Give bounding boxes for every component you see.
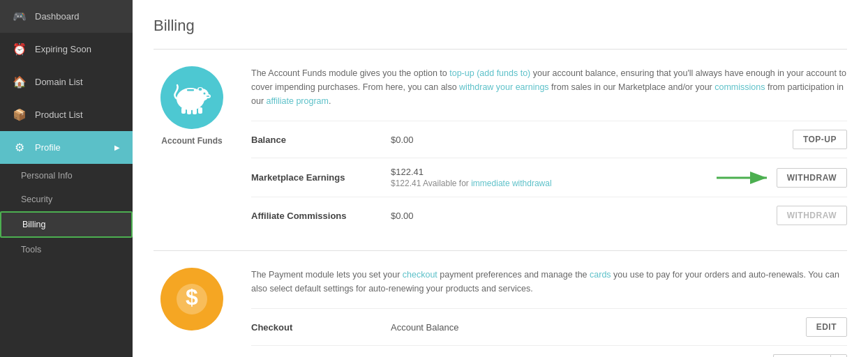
payment-cards-row: Payment Cards There are no cards in your… [251,345,847,357]
security-label: Security [21,195,52,204]
account-funds-content: The Account Funds module gives you the o… [251,66,847,234]
svg-point-4 [199,88,202,91]
commissions-link[interactable]: commissions [714,82,765,92]
account-funds-section: Account Funds The Account Funds module g… [154,66,847,251]
edit-checkout-button[interactable]: EDIT [806,317,847,337]
balance-row: Balance $0.00 TOP-UP [251,121,847,158]
affiliate-link[interactable]: affiliate program [267,96,329,106]
account-funds-icon-circle [160,66,223,129]
page-title: Billing [154,17,847,35]
green-arrow-icon [717,171,772,185]
svg-rect-12 [187,89,194,91]
balance-actions: TOP-UP [793,130,847,149]
checkout-label: Checkout [251,322,391,333]
payment-section: $ The Payment module lets you set your c… [154,268,847,357]
affiliate-row: Affiliate Commissions $0.00 WITHDRAW [251,197,847,234]
manage-button-group: MANAGE ▾ [773,354,847,357]
tools-label: Tools [21,245,41,255]
sidebar-item-label: Product List [35,109,83,120]
top-up-button[interactable]: TOP-UP [793,130,847,149]
checkout-row: Checkout Account Balance EDIT [251,308,847,345]
svg-rect-10 [193,108,197,114]
sidebar-item-label: Dashboard [35,11,80,22]
svg-rect-9 [187,108,191,114]
balance-value: $0.00 [391,135,793,145]
sidebar-item-expiring-soon[interactable]: ⏰ Expiring Soon [0,33,133,66]
withdraw-link[interactable]: withdraw your earnings [459,82,549,92]
checkout-link[interactable]: checkout [403,270,437,280]
sidebar-item-tools[interactable]: Tools [0,238,133,261]
sidebar-item-personal-info[interactable]: Personal Info [0,164,133,188]
immediate-withdrawal-link[interactable]: immediate withdrawal [471,178,551,188]
sidebar-item-dashboard[interactable]: 🎮 Dashboard [0,0,133,33]
manage-cards-button[interactable]: MANAGE [773,354,830,357]
checkout-actions: EDIT [806,317,847,337]
marketplace-actions: WITHDRAW [717,168,847,188]
expiring-icon: ⏰ [13,43,27,56]
payment-icon-circle: $ [160,268,223,331]
svg-rect-8 [181,107,186,114]
top-up-link[interactable]: top-up (add funds to) [449,68,530,78]
sidebar-item-profile[interactable]: ⚙ Profile [0,131,133,164]
sidebar-item-label: Domain List [35,77,83,87]
product-icon: 📦 [13,108,27,121]
billing-label: Billing [22,220,45,229]
marketplace-sub-value: $122.41 Available for immediate withdraw… [391,178,717,188]
affiliate-actions: WITHDRAW [777,206,847,225]
dollar-icon: $ [175,282,209,316]
svg-point-7 [208,96,209,97]
account-funds-label: Account Funds [161,136,222,146]
profile-icon: ⚙ [13,141,27,154]
marketplace-value: $122.41 $122.41 Available for immediate … [391,167,717,188]
account-funds-description: The Account Funds module gives you the o… [251,66,847,108]
sidebar-sub-section: Personal Info Security Billing Tools [0,164,133,261]
manage-cards-dropdown[interactable]: ▾ [830,354,847,357]
svg-point-6 [207,96,208,97]
balance-label: Balance [251,135,391,145]
payment-icon-block: $ [154,268,230,337]
checkout-value: Account Balance [391,322,806,333]
payment-cards-actions: MANAGE ▾ [773,354,847,357]
sidebar-item-label: Expiring Soon [35,44,91,54]
sidebar: 🎮 Dashboard ⏰ Expiring Soon 🏠 Domain Lis… [0,0,133,357]
svg-text:$: $ [186,284,198,310]
withdraw-affiliate-button[interactable]: WITHDRAW [777,206,847,225]
payment-description: The Payment module lets you set your che… [251,268,847,296]
sidebar-item-product-list[interactable]: 📦 Product List [0,98,133,131]
svg-rect-11 [198,107,202,114]
domain-icon: 🏠 [13,75,27,89]
svg-point-2 [204,93,206,95]
sidebar-item-billing[interactable]: Billing [0,211,133,238]
dashboard-icon: 🎮 [13,10,27,23]
account-funds-icon-block: Account Funds [154,66,230,146]
withdraw-marketplace-button[interactable]: WITHDRAW [777,168,847,188]
cards-link[interactable]: cards [590,270,611,280]
marketplace-row: Marketplace Earnings $122.41 $122.41 Ava… [251,158,847,197]
sidebar-item-domain-list[interactable]: 🏠 Domain List [0,66,133,98]
payment-content: The Payment module lets you set your che… [251,268,847,357]
main-content: Billing [133,0,868,357]
personal-info-label: Personal Info [21,171,73,181]
sidebar-item-security[interactable]: Security [0,188,133,211]
piggy-bank-icon [172,79,212,116]
page-divider [154,49,847,50]
affiliate-label: Affiliate Commissions [251,211,391,221]
marketplace-label: Marketplace Earnings [251,172,391,183]
sidebar-item-label: Profile [35,142,61,153]
affiliate-value: $0.00 [391,211,777,221]
